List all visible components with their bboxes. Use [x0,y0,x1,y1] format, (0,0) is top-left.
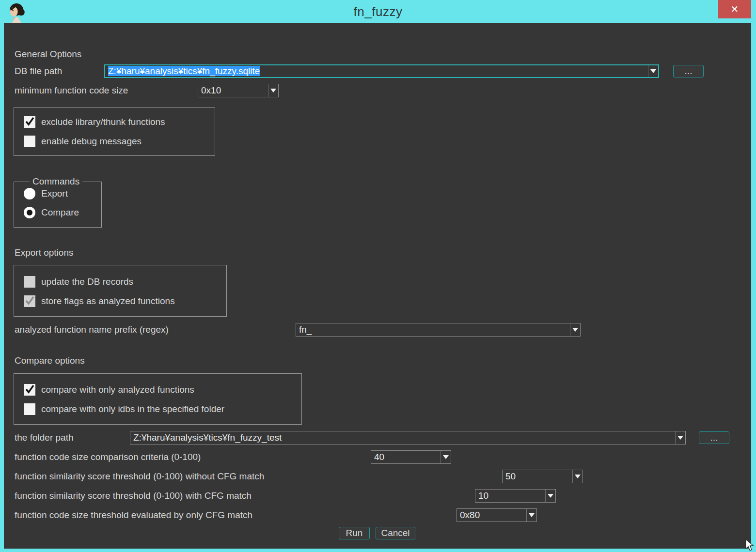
selected-path-text: Z:¥haru¥analysis¥tics¥fn_fuzzy.sqlite [108,66,260,76]
db-path-browse-button[interactable]: ... [673,65,704,77]
checkbox-update-db[interactable] [24,276,35,288]
checkbox-store-flags-label: store flags as analyzed functions [41,295,175,307]
radio-export-label: Export [41,188,68,199]
heading-compare-options: Compare options [15,354,85,368]
commands-groupbox: Commands Export Compare [14,182,102,228]
min-code-size-value: 0x10 [201,84,266,96]
criteria-value: 40 [374,451,438,463]
radio-compare-label: Compare [41,207,79,218]
prefix-combobox[interactable]: fn_ [296,323,581,337]
radio-selected-dot [27,210,32,215]
size-threshold-value: 0x80 [460,509,524,521]
size-threshold-label: function code size threshold evaluated b… [15,508,252,522]
cancel-button[interactable]: Cancel [376,527,415,539]
close-button[interactable]: ✕ [718,0,751,18]
commands-legend: Commands [30,175,82,188]
checkbox-exclude-library[interactable] [24,116,35,128]
checkbox-enable-debug[interactable] [24,136,35,147]
without-cfg-value: 50 [505,470,570,482]
prefix-value: fn_ [299,323,567,336]
checkbox-only-idbs-label: compare with only idbs in the specified … [41,403,224,415]
checkbox-only-analyzed-label: compare with only analyzed functions [41,384,194,396]
compare-checkbox-group: compare with only analyzed functions com… [14,373,302,425]
fn-fuzzy-dialog: fn_fuzzy ✕ General Options DB file path … [0,0,756,552]
folder-path-value: Z:¥haru¥analysis¥tics¥fn_fuzzy_test [133,431,673,444]
db-file-path-label: DB file path [15,64,62,78]
folder-path-browse-button[interactable]: ... [699,431,729,444]
min-code-size-dropdown[interactable]: 0x10 [198,84,279,97]
checkbox-update-db-label: update the DB records [41,276,133,288]
checkbox-store-flags[interactable] [24,295,35,307]
chevron-down-icon [650,69,656,73]
folder-path-combobox[interactable]: Z:¥haru¥analysis¥tics¥fn_fuzzy_test [130,431,686,445]
checkbox-exclude-library-label: exclude library/thunk functions [41,116,165,128]
chevron-down-icon [572,328,578,332]
db-file-path-value: Z:¥haru¥analysis¥tics¥fn_fuzzy.sqlite [108,65,646,77]
titlebar: fn_fuzzy ✕ [0,0,756,23]
without-cfg-dropdown-button[interactable] [572,470,583,483]
db-path-dropdown-button[interactable] [648,65,658,77]
run-button[interactable]: Run [339,527,370,539]
with-cfg-value: 10 [478,490,543,502]
chevron-down-icon [548,494,553,498]
with-cfg-label: function similarity score threshold (0-1… [15,489,252,503]
size-threshold-dropdown-button[interactable] [526,509,536,521]
prefix-label: analyzed function name prefix (regex) [15,323,169,337]
chevron-down-icon [443,455,449,459]
radio-compare[interactable] [24,207,35,218]
db-file-path-combobox[interactable]: Z:¥haru¥analysis¥tics¥fn_fuzzy.sqlite [104,64,659,78]
size-threshold-dropdown[interactable]: 0x80 [457,508,537,522]
checkbox-only-idbs[interactable] [24,403,35,415]
with-cfg-dropdown-button[interactable] [545,490,555,502]
heading-general-options: General Options [15,47,81,61]
heading-export-options: Export options [15,246,73,260]
folder-path-dropdown-button[interactable] [675,431,685,444]
check-icon [23,383,36,396]
without-cfg-label: function similarity score threshold (0-1… [15,470,264,483]
chevron-down-icon [529,513,535,517]
close-icon: ✕ [731,4,739,14]
folder-path-label: the folder path [15,431,73,445]
chevron-down-icon [575,475,581,478]
mouse-cursor [744,538,756,552]
chevron-down-icon [677,436,683,440]
min-code-size-dropdown-button[interactable] [268,84,278,97]
chevron-down-icon [270,89,276,92]
with-cfg-dropdown[interactable]: 10 [475,489,556,503]
criteria-dropdown[interactable]: 40 [371,450,451,464]
check-icon [23,294,36,307]
check-icon [23,115,36,128]
radio-export[interactable] [24,188,35,199]
criteria-label: function code size comparison criteria (… [15,450,201,464]
checkbox-enable-debug-label: enable debug messages [41,136,142,147]
dialog-content: General Options DB file path Z:¥haru¥ana… [4,23,751,549]
min-code-size-label: minimum function code size [15,84,128,97]
checkbox-only-analyzed[interactable] [24,384,35,396]
criteria-dropdown-button[interactable] [441,451,451,463]
export-checkbox-group: update the DB records store flags as ana… [14,265,227,317]
prefix-dropdown-button[interactable] [570,323,580,336]
general-checkbox-group: exclude library/thunk functions enable d… [14,107,215,156]
window-title: fn_fuzzy [0,4,756,19]
without-cfg-dropdown[interactable]: 50 [502,470,583,483]
